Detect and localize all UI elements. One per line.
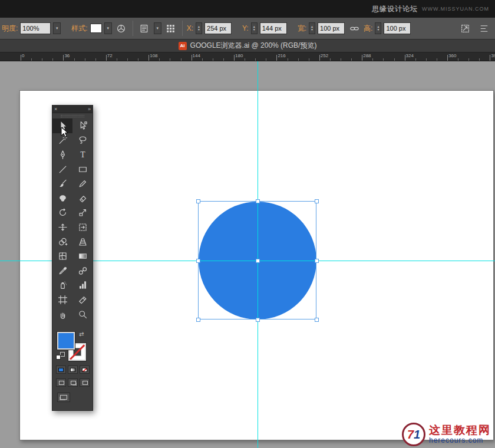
illustrator-window: 思缘设计论坛 WWW.MISSYUAN.COM 明度: ▾ 样式: ▾ ▾ X:…: [0, 0, 495, 448]
scale-tool[interactable]: [72, 206, 93, 220]
align-grid-icon[interactable]: [164, 21, 178, 35]
eyedropper-icon: [58, 266, 68, 276]
rotate-tool[interactable]: [52, 206, 72, 220]
zoom-tool[interactable]: [72, 307, 93, 322]
tutorial-site-url: herecours.com: [429, 437, 491, 444]
opacity-dropdown-icon[interactable]: ▾: [53, 22, 61, 34]
rectangle-tool[interactable]: [72, 162, 93, 177]
width-input[interactable]: [318, 22, 345, 34]
height-label[interactable]: 高:: [364, 24, 372, 34]
horizontal-ruler[interactable]: 03672108144180216252288324360396: [0, 52, 495, 61]
y-label[interactable]: Y:: [242, 24, 249, 32]
column-graph-tool[interactable]: [72, 278, 93, 293]
title-bar: 思缘设计论坛 WWW.MISSYUAN.COM: [0, 0, 495, 18]
canvas-area[interactable]: × » ⇄: [0, 61, 495, 448]
pen-tool[interactable]: [52, 147, 72, 162]
panel-grip-handle[interactable]: [52, 113, 93, 118]
height-stepper[interactable]: ▲▼: [375, 22, 381, 34]
document-setup-dropdown-icon[interactable]: ▾: [154, 22, 161, 34]
fill-color-swatch[interactable]: [57, 332, 75, 350]
tools-panel: × » ⇄: [52, 105, 93, 411]
screen-mode-icon: [60, 395, 67, 400]
paintbrush-icon: [58, 179, 68, 189]
perspective-grid-tool[interactable]: [72, 235, 93, 249]
free-transform-tool[interactable]: [72, 220, 93, 235]
selection-handle-n[interactable]: [256, 199, 260, 203]
gradient-icon: [78, 251, 88, 261]
y-stepper[interactable]: ▲▼: [251, 22, 258, 34]
draw-normal-icon: [59, 381, 64, 385]
blob-brush-tool[interactable]: [52, 191, 72, 206]
type-tool[interactable]: [72, 147, 93, 162]
blend-tool[interactable]: [72, 263, 93, 278]
direct-selection-tool[interactable]: [72, 118, 93, 133]
draw-inside-button[interactable]: [80, 378, 90, 387]
y-input[interactable]: [260, 22, 287, 34]
tutorial-logo-icon: 71: [402, 423, 425, 446]
line-icon: [58, 164, 68, 174]
pen-icon: [58, 150, 68, 160]
draw-inside-icon: [82, 381, 88, 385]
x-stepper[interactable]: ▲▼: [196, 22, 202, 34]
selection-handle-sw[interactable]: [196, 318, 200, 322]
screen-mode-button[interactable]: [57, 393, 70, 402]
width-stepper[interactable]: ▲▼: [309, 22, 315, 34]
height-input[interactable]: [384, 22, 411, 34]
recolor-artwork-icon[interactable]: [114, 21, 128, 35]
transform-panel-icon[interactable]: [458, 21, 472, 35]
style-dropdown-icon[interactable]: ▾: [104, 22, 112, 34]
eraser-tool[interactable]: [72, 191, 93, 206]
selection-handle-e[interactable]: [315, 259, 319, 263]
shape-builder-tool[interactable]: [52, 235, 72, 249]
color-button[interactable]: [56, 365, 66, 374]
x-label[interactable]: X:: [187, 24, 193, 32]
pencil-tool[interactable]: [72, 176, 93, 191]
none-button[interactable]: [80, 365, 90, 374]
perspective-grid-icon: [78, 237, 88, 247]
selection-center-point[interactable]: [256, 259, 260, 263]
align-panel-icon[interactable]: [477, 21, 491, 35]
separator: [182, 21, 183, 36]
selection-handle-s[interactable]: [256, 318, 260, 322]
column-graph-icon: [78, 280, 88, 290]
separator: [133, 21, 133, 36]
selection-bounding-box: [198, 201, 316, 319]
magic-wand-tool[interactable]: [52, 133, 72, 148]
selection-handle-ne[interactable]: [315, 199, 319, 203]
draw-mode-row: [56, 378, 90, 387]
draw-behind-button[interactable]: [68, 378, 78, 387]
eyedropper-tool[interactable]: [52, 263, 72, 278]
gradient-button[interactable]: [68, 365, 78, 374]
symbol-sprayer-tool[interactable]: [52, 278, 72, 293]
width-tool[interactable]: [52, 220, 72, 235]
panel-close-icon[interactable]: ×: [54, 107, 57, 112]
constrain-link-icon[interactable]: [347, 21, 361, 35]
selection-handle-nw[interactable]: [196, 199, 200, 203]
style-swatch[interactable]: [90, 24, 102, 33]
artboard-tool[interactable]: [52, 292, 72, 307]
opacity-input[interactable]: [20, 22, 51, 34]
tools-panel-header[interactable]: × »: [52, 106, 93, 113]
zoom-icon: [78, 309, 88, 319]
line-tool[interactable]: [52, 162, 72, 177]
default-fill-stroke-icon[interactable]: [56, 352, 65, 360]
slice-tool[interactable]: [72, 292, 93, 307]
control-bar: 明度: ▾ 样式: ▾ ▾ X: ▲▼ Y: ▲▼ 宽: ▲▼ 高:: [0, 18, 495, 39]
document-setup-icon[interactable]: [137, 21, 151, 35]
width-label[interactable]: 宽:: [298, 24, 306, 34]
draw-normal-button[interactable]: [56, 378, 66, 387]
paintbrush-tool[interactable]: [52, 176, 72, 191]
hand-icon: [58, 309, 68, 319]
mesh-tool[interactable]: [52, 249, 72, 263]
selection-tool[interactable]: [52, 118, 72, 133]
hand-tool[interactable]: [52, 307, 72, 322]
document-tab[interactable]: Ai GOOGLE浏览器.ai @ 200% (RGB/预览): [0, 39, 495, 52]
selection-handle-w[interactable]: [196, 259, 200, 263]
swap-fill-stroke-icon[interactable]: ⇄: [79, 331, 84, 337]
lasso-tool[interactable]: [72, 133, 93, 148]
selection-handle-se[interactable]: [315, 318, 319, 322]
panel-collapse-icon[interactable]: »: [88, 107, 91, 112]
gradient-tool[interactable]: [72, 249, 93, 263]
magic-wand-icon: [58, 135, 68, 145]
x-input[interactable]: [204, 22, 232, 34]
